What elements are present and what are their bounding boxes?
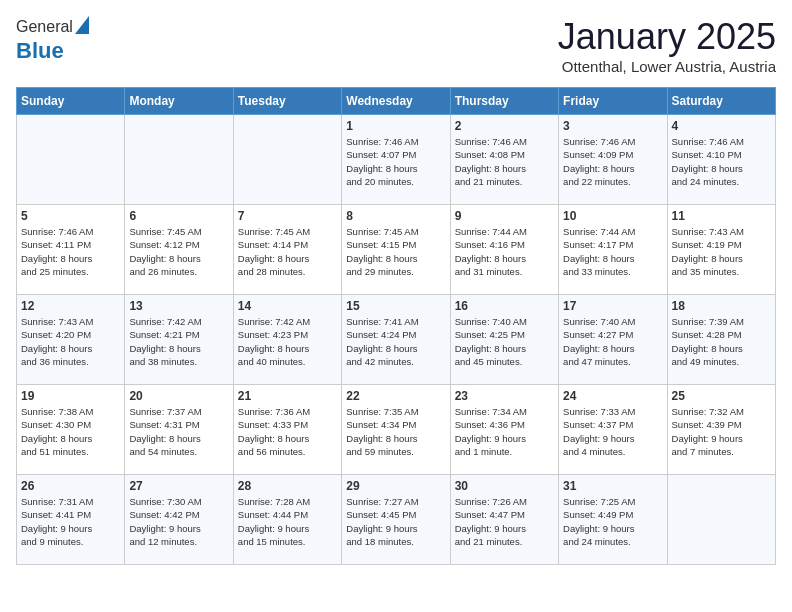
day-content: Sunrise: 7:32 AM Sunset: 4:39 PM Dayligh… bbox=[672, 405, 771, 458]
calendar-cell: 10Sunrise: 7:44 AM Sunset: 4:17 PM Dayli… bbox=[559, 205, 667, 295]
calendar-cell: 12Sunrise: 7:43 AM Sunset: 4:20 PM Dayli… bbox=[17, 295, 125, 385]
day-content: Sunrise: 7:46 AM Sunset: 4:10 PM Dayligh… bbox=[672, 135, 771, 188]
day-content: Sunrise: 7:28 AM Sunset: 4:44 PM Dayligh… bbox=[238, 495, 337, 548]
calendar-cell bbox=[17, 115, 125, 205]
calendar-cell: 1Sunrise: 7:46 AM Sunset: 4:07 PM Daylig… bbox=[342, 115, 450, 205]
day-content: Sunrise: 7:46 AM Sunset: 4:09 PM Dayligh… bbox=[563, 135, 662, 188]
calendar-week-row: 12Sunrise: 7:43 AM Sunset: 4:20 PM Dayli… bbox=[17, 295, 776, 385]
day-number: 26 bbox=[21, 479, 120, 493]
calendar-cell: 30Sunrise: 7:26 AM Sunset: 4:47 PM Dayli… bbox=[450, 475, 558, 565]
day-content: Sunrise: 7:25 AM Sunset: 4:49 PM Dayligh… bbox=[563, 495, 662, 548]
calendar-cell: 2Sunrise: 7:46 AM Sunset: 4:08 PM Daylig… bbox=[450, 115, 558, 205]
day-content: Sunrise: 7:43 AM Sunset: 4:20 PM Dayligh… bbox=[21, 315, 120, 368]
day-content: Sunrise: 7:26 AM Sunset: 4:47 PM Dayligh… bbox=[455, 495, 554, 548]
calendar-table: SundayMondayTuesdayWednesdayThursdayFrid… bbox=[16, 87, 776, 565]
day-number: 17 bbox=[563, 299, 662, 313]
calendar-cell: 18Sunrise: 7:39 AM Sunset: 4:28 PM Dayli… bbox=[667, 295, 775, 385]
day-content: Sunrise: 7:46 AM Sunset: 4:08 PM Dayligh… bbox=[455, 135, 554, 188]
calendar-cell: 11Sunrise: 7:43 AM Sunset: 4:19 PM Dayli… bbox=[667, 205, 775, 295]
calendar-cell: 25Sunrise: 7:32 AM Sunset: 4:39 PM Dayli… bbox=[667, 385, 775, 475]
day-content: Sunrise: 7:30 AM Sunset: 4:42 PM Dayligh… bbox=[129, 495, 228, 548]
day-number: 11 bbox=[672, 209, 771, 223]
calendar-cell: 16Sunrise: 7:40 AM Sunset: 4:25 PM Dayli… bbox=[450, 295, 558, 385]
logo-blue-text: Blue bbox=[16, 38, 64, 63]
weekday-header-wednesday: Wednesday bbox=[342, 88, 450, 115]
calendar-cell: 3Sunrise: 7:46 AM Sunset: 4:09 PM Daylig… bbox=[559, 115, 667, 205]
calendar-cell bbox=[125, 115, 233, 205]
day-number: 18 bbox=[672, 299, 771, 313]
day-number: 28 bbox=[238, 479, 337, 493]
day-number: 22 bbox=[346, 389, 445, 403]
calendar-week-row: 1Sunrise: 7:46 AM Sunset: 4:07 PM Daylig… bbox=[17, 115, 776, 205]
day-number: 12 bbox=[21, 299, 120, 313]
weekday-header-row: SundayMondayTuesdayWednesdayThursdayFrid… bbox=[17, 88, 776, 115]
calendar-cell: 9Sunrise: 7:44 AM Sunset: 4:16 PM Daylig… bbox=[450, 205, 558, 295]
calendar-cell bbox=[667, 475, 775, 565]
calendar-week-row: 5Sunrise: 7:46 AM Sunset: 4:11 PM Daylig… bbox=[17, 205, 776, 295]
calendar-cell: 8Sunrise: 7:45 AM Sunset: 4:15 PM Daylig… bbox=[342, 205, 450, 295]
logo-general-text: General bbox=[16, 18, 73, 36]
day-content: Sunrise: 7:33 AM Sunset: 4:37 PM Dayligh… bbox=[563, 405, 662, 458]
calendar-cell: 4Sunrise: 7:46 AM Sunset: 4:10 PM Daylig… bbox=[667, 115, 775, 205]
day-content: Sunrise: 7:45 AM Sunset: 4:14 PM Dayligh… bbox=[238, 225, 337, 278]
day-number: 6 bbox=[129, 209, 228, 223]
calendar-cell: 6Sunrise: 7:45 AM Sunset: 4:12 PM Daylig… bbox=[125, 205, 233, 295]
day-number: 21 bbox=[238, 389, 337, 403]
day-number: 7 bbox=[238, 209, 337, 223]
logo-triangle-icon bbox=[75, 16, 89, 34]
day-content: Sunrise: 7:38 AM Sunset: 4:30 PM Dayligh… bbox=[21, 405, 120, 458]
calendar-cell bbox=[233, 115, 341, 205]
day-content: Sunrise: 7:39 AM Sunset: 4:28 PM Dayligh… bbox=[672, 315, 771, 368]
title-location: Ottenthal, Lower Austria, Austria bbox=[558, 58, 776, 75]
calendar-cell: 22Sunrise: 7:35 AM Sunset: 4:34 PM Dayli… bbox=[342, 385, 450, 475]
weekday-header-friday: Friday bbox=[559, 88, 667, 115]
weekday-header-saturday: Saturday bbox=[667, 88, 775, 115]
day-content: Sunrise: 7:45 AM Sunset: 4:12 PM Dayligh… bbox=[129, 225, 228, 278]
day-number: 5 bbox=[21, 209, 120, 223]
day-content: Sunrise: 7:43 AM Sunset: 4:19 PM Dayligh… bbox=[672, 225, 771, 278]
day-content: Sunrise: 7:35 AM Sunset: 4:34 PM Dayligh… bbox=[346, 405, 445, 458]
weekday-header-tuesday: Tuesday bbox=[233, 88, 341, 115]
day-number: 19 bbox=[21, 389, 120, 403]
calendar-week-row: 26Sunrise: 7:31 AM Sunset: 4:41 PM Dayli… bbox=[17, 475, 776, 565]
calendar-cell: 14Sunrise: 7:42 AM Sunset: 4:23 PM Dayli… bbox=[233, 295, 341, 385]
day-content: Sunrise: 7:46 AM Sunset: 4:07 PM Dayligh… bbox=[346, 135, 445, 188]
day-number: 15 bbox=[346, 299, 445, 313]
calendar-cell: 13Sunrise: 7:42 AM Sunset: 4:21 PM Dayli… bbox=[125, 295, 233, 385]
logo: General Blue bbox=[16, 16, 89, 64]
day-number: 30 bbox=[455, 479, 554, 493]
day-number: 20 bbox=[129, 389, 228, 403]
svg-marker-0 bbox=[75, 16, 89, 34]
weekday-header-monday: Monday bbox=[125, 88, 233, 115]
day-number: 13 bbox=[129, 299, 228, 313]
day-content: Sunrise: 7:42 AM Sunset: 4:21 PM Dayligh… bbox=[129, 315, 228, 368]
day-number: 2 bbox=[455, 119, 554, 133]
day-number: 24 bbox=[563, 389, 662, 403]
day-content: Sunrise: 7:42 AM Sunset: 4:23 PM Dayligh… bbox=[238, 315, 337, 368]
calendar-cell: 7Sunrise: 7:45 AM Sunset: 4:14 PM Daylig… bbox=[233, 205, 341, 295]
calendar-cell: 15Sunrise: 7:41 AM Sunset: 4:24 PM Dayli… bbox=[342, 295, 450, 385]
calendar-cell: 26Sunrise: 7:31 AM Sunset: 4:41 PM Dayli… bbox=[17, 475, 125, 565]
day-content: Sunrise: 7:37 AM Sunset: 4:31 PM Dayligh… bbox=[129, 405, 228, 458]
calendar-cell: 17Sunrise: 7:40 AM Sunset: 4:27 PM Dayli… bbox=[559, 295, 667, 385]
day-content: Sunrise: 7:40 AM Sunset: 4:25 PM Dayligh… bbox=[455, 315, 554, 368]
calendar-cell: 27Sunrise: 7:30 AM Sunset: 4:42 PM Dayli… bbox=[125, 475, 233, 565]
calendar-cell: 21Sunrise: 7:36 AM Sunset: 4:33 PM Dayli… bbox=[233, 385, 341, 475]
day-number: 27 bbox=[129, 479, 228, 493]
day-number: 31 bbox=[563, 479, 662, 493]
calendar-week-row: 19Sunrise: 7:38 AM Sunset: 4:30 PM Dayli… bbox=[17, 385, 776, 475]
day-content: Sunrise: 7:46 AM Sunset: 4:11 PM Dayligh… bbox=[21, 225, 120, 278]
weekday-header-thursday: Thursday bbox=[450, 88, 558, 115]
day-number: 29 bbox=[346, 479, 445, 493]
calendar-cell: 24Sunrise: 7:33 AM Sunset: 4:37 PM Dayli… bbox=[559, 385, 667, 475]
day-content: Sunrise: 7:41 AM Sunset: 4:24 PM Dayligh… bbox=[346, 315, 445, 368]
title-month: January 2025 bbox=[558, 16, 776, 58]
day-content: Sunrise: 7:44 AM Sunset: 4:17 PM Dayligh… bbox=[563, 225, 662, 278]
day-number: 4 bbox=[672, 119, 771, 133]
title-block: January 2025 Ottenthal, Lower Austria, A… bbox=[558, 16, 776, 75]
day-number: 3 bbox=[563, 119, 662, 133]
day-content: Sunrise: 7:36 AM Sunset: 4:33 PM Dayligh… bbox=[238, 405, 337, 458]
day-number: 8 bbox=[346, 209, 445, 223]
calendar-cell: 5Sunrise: 7:46 AM Sunset: 4:11 PM Daylig… bbox=[17, 205, 125, 295]
calendar-cell: 29Sunrise: 7:27 AM Sunset: 4:45 PM Dayli… bbox=[342, 475, 450, 565]
